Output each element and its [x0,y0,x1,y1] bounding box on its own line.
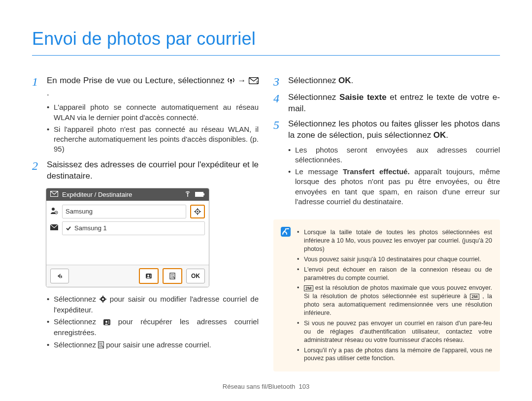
resolution-badge-a: 2M [304,285,313,291]
svg-rect-30 [105,299,106,300]
step-1-period: . [47,88,49,97]
step-1-text: En mode Prise de vue ou Lecture, sélecti… [47,76,227,85]
step-1-body: En mode Prise de vue ou Lecture, sélecti… [47,75,259,99]
back-button[interactable] [50,269,69,283]
svg-point-32 [105,321,107,323]
info-2: Vous pouvez saisir jusqu'à 10 destinatai… [297,255,492,264]
step-5-sub-b-bold: Transfert effectué. [343,167,410,176]
footer-section: Réseau sans fil/Bluetooth [223,383,295,390]
compose-icon [98,341,104,351]
step-3-body: Sélectionnez OK. [288,75,500,88]
step-2-sub: Sélectionnez pour saisir ou modifier l'a… [47,294,259,351]
svg-rect-27 [102,296,103,297]
addressbook-button[interactable] [139,268,159,284]
step-4: 4 Sélectionnez Saisie texte et entrez le… [273,92,500,115]
person-gear-icon [50,207,58,217]
envelope-icon [50,190,58,199]
step-1-sub-b: Si l'appareil photo n'est pas connecté a… [47,124,259,154]
svg-rect-7 [203,193,204,195]
envelope-dark-icon [50,224,58,233]
arrow-text: → [238,76,249,85]
svg-rect-29 [100,299,101,300]
recipient-value: Samsung 1 [74,224,107,233]
ok-button[interactable]: OK [186,269,205,283]
screenshot-header-label: Expéditeur / Destinataire [62,190,180,199]
step-5-sub-a: Les photos seront envoyées aux adresses … [288,145,500,165]
step-5-number: 5 [273,119,283,141]
sender-input[interactable]: Samsung [62,205,186,218]
step-5-body: Sélectionnez les photos ou faites glisse… [288,119,500,141]
title-rule [32,55,500,56]
step-1-sub: L'appareil photo se connecte automatique… [47,102,259,154]
addressbook-icon [103,318,110,328]
sub-c-post: pour saisir une adresse courriel. [106,340,211,349]
check-icon [66,225,71,231]
info-5: Si vous ne pouvez pas envoyer un courrie… [297,319,492,344]
step-2-body: Saisissez des adresses de courriel pour … [47,159,259,182]
step-3-pre: Sélectionnez [288,76,338,85]
right-column: 3 Sélectionnez OK. 4 Sélectionnez Saisie… [273,75,500,372]
info-4: 2M est la résolution de photos maximale … [297,284,492,317]
email-at-icon: @ [249,76,259,88]
info-3: L'envoi peut échouer en raison de la con… [297,266,492,282]
gear-icon [100,295,106,305]
screenshot-footer: OK [46,265,209,287]
step-2-number: 2 [32,159,42,182]
svg-text:@: @ [256,80,259,84]
info-4-text-a: est la résolution de photos maximale que… [304,284,492,300]
sub-a-pre: Sélectionnez [54,295,100,303]
step-5-sub: Les photos seront envoyées aux adresses … [288,145,500,207]
screenshot-header: Expéditeur / Destinataire [46,188,209,201]
step-4-number: 4 [273,92,283,115]
wlan-antenna-icon [227,76,235,88]
step-3-post: . [351,76,354,85]
signal-icon [184,190,191,199]
recipient-row: Samsung 1 [50,221,205,235]
footer-page: 103 [299,383,309,390]
step-2-sub-a: Sélectionnez pour saisir ou modifier l'a… [47,294,259,315]
svg-rect-6 [196,192,203,196]
sender-gear-button[interactable] [190,205,205,218]
svg-rect-28 [102,301,103,303]
svg-point-19 [147,275,149,277]
step-5-bold: OK [433,130,446,140]
resolution-badge-b: 2M [470,294,479,300]
recipient-input[interactable]: Samsung 1 [62,221,205,235]
step-1: 1 En mode Prise de vue ou Lecture, sélec… [32,75,259,99]
step-4-bold: Saisie texte [339,93,387,102]
step-2: 2 Saisissez des adresses de courriel pou… [32,159,259,182]
svg-point-10 [56,212,57,213]
svg-point-26 [102,298,104,300]
sub-b-pre: Sélectionnez [54,317,103,326]
page-title: Envoi de photos par courriel [32,27,500,51]
screenshot-body: Samsung Samsung 1 [46,201,209,265]
info-6: Lorsqu'il n'y a pas de photos dans la mé… [297,346,492,363]
note-icon [280,226,291,240]
step-3-number: 3 [273,75,283,88]
step-1-sub-a: L'appareil photo se connecte automatique… [47,102,259,123]
device-screenshot: Expéditeur / Destinataire Samsung [46,188,209,287]
step-5-sub-b-pre: Le message [295,167,343,176]
svg-point-12 [197,211,199,213]
svg-point-0 [230,79,232,81]
battery-icon [195,190,205,199]
step-4-body: Sélectionnez Saisie texte et entrez le t… [288,92,500,115]
step-5-pre: Sélectionnez les photos ou faites glisse… [288,119,500,140]
compose-button[interactable] [163,268,182,284]
step-4-pre: Sélectionnez [288,93,339,102]
step-3: 3 Sélectionnez OK. [273,75,500,88]
step-3-bold: OK [338,76,351,85]
page-footer: Réseau sans fil/Bluetooth 103 [0,382,532,391]
step-5: 5 Sélectionnez les photos ou faites glis… [273,119,500,141]
sender-row: Samsung [50,205,205,218]
info-1: Lorsque la taille totale de toutes les p… [297,228,492,253]
step-2-sub-c: Sélectionnez pour saisir une adresse cou… [47,340,259,351]
svg-point-8 [52,208,55,211]
step-5-sub-b: Le message Transfert effectué. apparaît … [288,167,500,207]
sub-c-pre: Sélectionnez [54,340,98,349]
left-column: 1 En mode Prise de vue ou Lecture, sélec… [32,75,259,372]
step-2-sub-b: Sélectionnez pour récupérer les adresses… [47,317,259,338]
info-box: Lorsque la taille totale de toutes les p… [273,219,500,371]
step-5-post: . [446,130,448,140]
step-1-number: 1 [32,75,42,99]
